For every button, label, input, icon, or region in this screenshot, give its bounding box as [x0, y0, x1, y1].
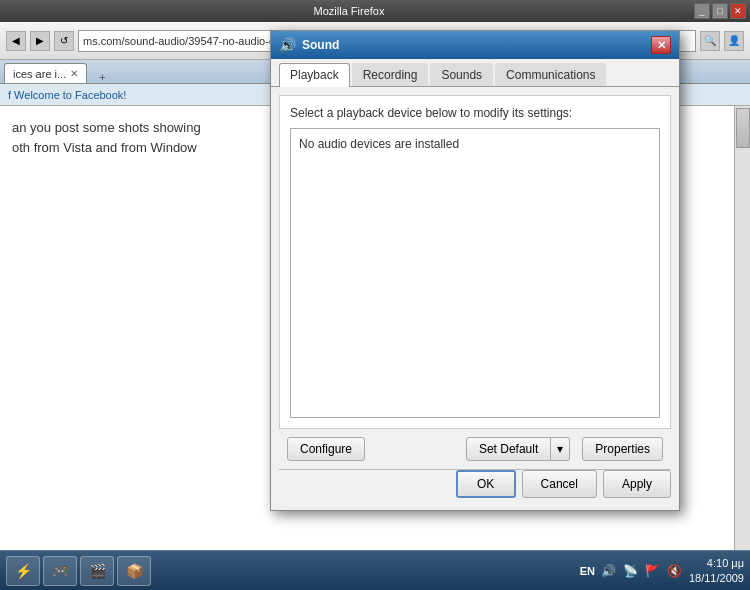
- search-icon[interactable]: 🔍: [700, 31, 720, 51]
- properties-button[interactable]: Properties: [582, 437, 663, 461]
- apply-button[interactable]: Apply: [603, 470, 671, 498]
- configure-button[interactable]: Configure: [287, 437, 365, 461]
- set-default-group: Set Default ▾: [466, 437, 570, 461]
- close-button[interactable]: ✕: [730, 3, 746, 19]
- tab-sounds[interactable]: Sounds: [430, 63, 493, 86]
- start-button[interactable]: ⚡: [6, 556, 40, 586]
- dialog-tab-strip: Playback Recording Sounds Communications: [271, 59, 679, 87]
- favorites-link-1[interactable]: f Welcome to Facebook!: [8, 89, 126, 101]
- taskbar: ⚡ 🎮 🎬 📦 EN 🔊 📡 🚩 🔇 4:10 μμ 18/11/2009: [0, 550, 750, 590]
- taskbar-icon-media[interactable]: 🎬: [80, 556, 114, 586]
- ok-button[interactable]: OK: [456, 470, 516, 498]
- reload-button[interactable]: ↺: [54, 31, 74, 51]
- dialog-titlebar: 🔊 Sound ✕: [271, 31, 679, 59]
- firefox-title: Mozilla Firefox: [4, 5, 694, 17]
- cancel-button[interactable]: Cancel: [522, 470, 597, 498]
- tab1-label: ices are i...: [13, 68, 66, 80]
- dialog-instruction: Select a playback device below to modify…: [290, 106, 660, 120]
- tab-communications[interactable]: Communications: [495, 63, 606, 86]
- dialog-bottom-buttons: Configure Set Default ▾ Properties: [287, 429, 663, 469]
- scrollbar-thumb[interactable]: [736, 108, 750, 148]
- speaker-mute-icon[interactable]: 🔇: [667, 563, 683, 579]
- taskbar-right: EN 🔊 📡 🚩 🔇 4:10 μμ 18/11/2009: [580, 556, 744, 585]
- volume-icon[interactable]: 🔊: [601, 563, 617, 579]
- dialog-ok-row: OK Cancel Apply: [279, 470, 671, 502]
- flag-icon[interactable]: 🚩: [645, 563, 661, 579]
- network-icon[interactable]: 📡: [623, 563, 639, 579]
- address-text: ms.com/sound-audio/39547-no-audio-device: [83, 35, 301, 47]
- maximize-button[interactable]: □: [712, 3, 728, 19]
- back-button[interactable]: ◀: [6, 31, 26, 51]
- forward-button[interactable]: ▶: [30, 31, 50, 51]
- language-badge: EN: [580, 565, 595, 577]
- time-display: 4:10 μμ: [689, 556, 744, 570]
- firefox-titlebar: Mozilla Firefox _ □ ✕: [0, 0, 750, 22]
- tab1-close[interactable]: ✕: [70, 68, 78, 79]
- no-devices-text: No audio devices are installed: [299, 137, 459, 151]
- dialog-icon: 🔊: [279, 37, 296, 53]
- new-tab-button[interactable]: +: [95, 71, 109, 83]
- taskbar-icon-steam[interactable]: 🎮: [43, 556, 77, 586]
- set-default-arrow-button[interactable]: ▾: [551, 437, 570, 461]
- window-controls: _ □ ✕: [694, 3, 746, 19]
- browser-tab-1[interactable]: ices are i... ✕: [4, 63, 87, 83]
- scrollbar-right[interactable]: [734, 106, 750, 550]
- dialog-title: Sound: [302, 38, 651, 52]
- dialog-close-button[interactable]: ✕: [651, 36, 671, 54]
- tab-recording[interactable]: Recording: [352, 63, 429, 86]
- minimize-button[interactable]: _: [694, 3, 710, 19]
- tab-playback[interactable]: Playback: [279, 63, 350, 87]
- device-list: No audio devices are installed: [290, 128, 660, 418]
- set-default-button[interactable]: Set Default: [466, 437, 551, 461]
- date-display: 18/11/2009: [689, 571, 744, 585]
- sound-dialog: 🔊 Sound ✕ Playback Recording Sounds Comm…: [270, 30, 680, 511]
- clock: 4:10 μμ 18/11/2009: [689, 556, 744, 585]
- taskbar-icon-archive[interactable]: 📦: [117, 556, 151, 586]
- profile-icon[interactable]: 👤: [724, 31, 744, 51]
